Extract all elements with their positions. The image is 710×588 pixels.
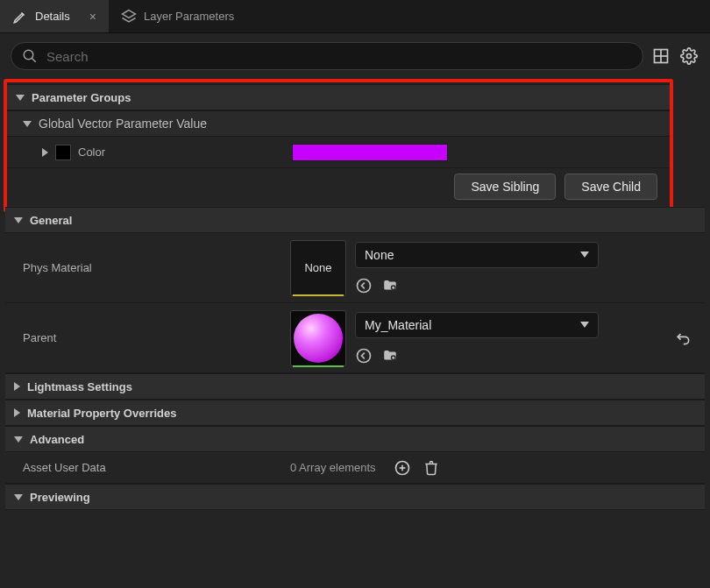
chevron-down-icon [580,251,589,258]
section-lightmass[interactable]: Lightmass Settings [5,373,705,400]
chevron-right-icon[interactable] [42,148,48,157]
highlight-region: Parameter Groups Global Vector Parameter… [4,79,673,212]
layers-icon [121,9,137,25]
search-icon [22,48,38,64]
section-general[interactable]: General [5,207,705,233]
svg-point-7 [358,279,371,292]
section-previewing[interactable]: Previewing [5,484,705,510]
browse-icon[interactable] [381,348,399,364]
svg-point-6 [687,54,692,59]
search-input[interactable] [46,49,632,64]
chevron-down-icon [14,217,23,223]
phys-material-value: None [365,248,394,262]
tab-layer-parameters[interactable]: Layer Parameters [109,0,246,32]
svg-line-9 [394,288,396,290]
parent-label: Parent [23,331,56,344]
brush-icon [12,9,28,25]
parent-thumbnail[interactable] [290,310,346,366]
section-advanced[interactable]: Advanced [5,426,705,452]
section-advanced-label: Advanced [30,433,84,446]
chevron-down-icon [14,436,23,443]
section-global-vector[interactable]: Global Vector Parameter Value [7,110,670,137]
section-lightmass-label: Lightmass Settings [27,380,132,393]
section-general-label: General [30,214,72,227]
parent-value: My_Material [365,318,431,332]
material-sphere-icon [294,314,343,363]
tab-details-label: Details [35,10,70,23]
reset-icon[interactable] [674,329,692,347]
tab-bar: Details × Layer Parameters [0,0,710,33]
chevron-down-icon [14,494,23,500]
chevron-down-icon [16,95,25,101]
section-parameter-groups-label: Parameter Groups [32,91,131,104]
search-box[interactable] [11,42,643,70]
use-selected-icon[interactable] [355,277,373,294]
close-icon[interactable]: × [89,10,96,24]
phys-material-label: Phys Material [23,261,92,274]
svg-point-1 [24,50,33,60]
chevron-down-icon [23,121,32,127]
param-color-label: Color [78,145,105,159]
details-panel: Details × Layer Parameters [0,0,710,588]
svg-point-10 [358,349,371,362]
section-global-vector-label: Global Vector Parameter Value [39,117,207,131]
svg-line-12 [394,358,396,360]
color-swatch[interactable] [292,144,448,161]
add-icon[interactable] [394,459,411,477]
gear-icon[interactable] [678,46,699,67]
section-material-overrides-label: Material Property Overrides [27,407,177,420]
asset-user-data-label: Asset User Data [23,461,106,474]
save-sibling-button[interactable]: Save Sibling [454,174,556,200]
phys-material-dropdown[interactable]: None [355,242,599,268]
tab-layer-parameters-label: Layer Parameters [144,10,234,23]
section-parameter-groups[interactable]: Parameter Groups [7,84,670,110]
section-previewing-label: Previewing [30,491,90,504]
tab-details[interactable]: Details × [0,0,109,32]
browse-icon[interactable] [381,278,399,294]
phys-material-thumb-text: None [304,261,331,274]
parent-dropdown[interactable]: My_Material [355,312,599,338]
save-child-button[interactable]: Save Child [564,174,657,200]
section-material-overrides[interactable]: Material Property Overrides [5,400,705,426]
svg-line-2 [32,58,36,62]
trash-icon[interactable] [423,459,439,477]
chevron-right-icon [14,408,20,417]
color-checkbox[interactable] [55,145,71,160]
use-selected-icon[interactable] [355,347,373,365]
chevron-down-icon [580,322,589,328]
phys-material-thumbnail[interactable]: None [290,240,346,296]
svg-marker-0 [122,10,135,18]
chevron-right-icon [14,382,20,391]
asset-user-data-value: 0 Array elements [290,461,376,474]
grid-view-icon[interactable] [650,46,671,67]
